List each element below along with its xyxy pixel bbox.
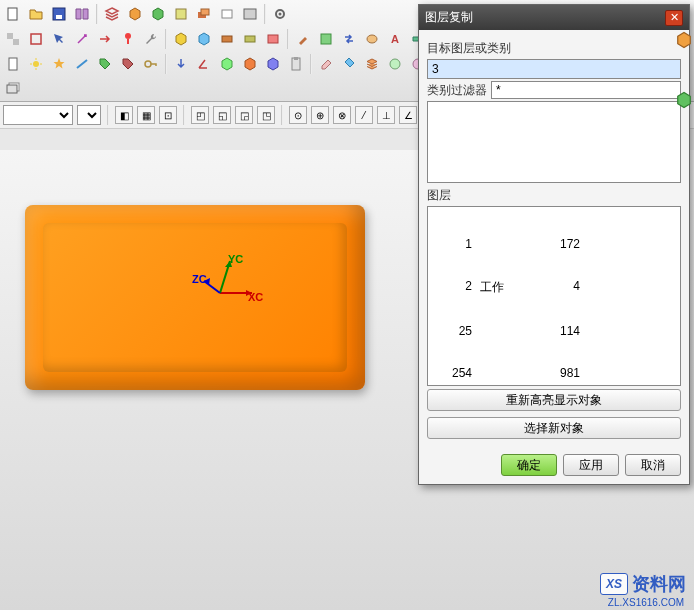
category-filter-label: 类别过滤器 bbox=[427, 82, 487, 99]
layer-row: 1172 bbox=[430, 237, 678, 251]
snap-tool-2[interactable]: ⊕ bbox=[311, 106, 329, 124]
snap-tool-6[interactable]: ∠ bbox=[399, 106, 417, 124]
layers-label: 图层 bbox=[427, 187, 681, 204]
axis-y-label: YC bbox=[228, 253, 243, 265]
tool-brush-icon[interactable] bbox=[292, 28, 314, 50]
close-icon[interactable]: ✕ bbox=[665, 10, 683, 26]
svg-point-28 bbox=[145, 61, 151, 67]
tool-sheet-icon[interactable] bbox=[216, 3, 238, 25]
svg-point-27 bbox=[33, 61, 39, 67]
tool-select-icon[interactable] bbox=[48, 28, 70, 50]
dialog-titlebar[interactable]: 图层复制 ✕ bbox=[419, 5, 689, 30]
watermark: XS 资料网 bbox=[600, 572, 686, 596]
watermark-logo: XS bbox=[600, 573, 628, 595]
tool-text-icon[interactable]: A bbox=[384, 28, 406, 50]
edge-cube2-icon[interactable] bbox=[674, 90, 694, 110]
filter-dropdown[interactable] bbox=[3, 105, 73, 125]
view-tool-4[interactable]: ◳ bbox=[257, 106, 275, 124]
tool-box-icon[interactable] bbox=[170, 3, 192, 25]
tool-cube-a-icon[interactable] bbox=[170, 28, 192, 50]
model-part[interactable]: XC YC ZC bbox=[25, 205, 365, 390]
tool-brick2-icon[interactable] bbox=[239, 28, 261, 50]
svg-rect-26 bbox=[9, 58, 17, 70]
target-layer-label: 目标图层或类别 bbox=[427, 40, 681, 57]
sel-tool-2[interactable]: ▦ bbox=[137, 106, 155, 124]
tool-layer-icon[interactable] bbox=[101, 3, 123, 25]
tool-book-icon[interactable] bbox=[71, 3, 93, 25]
category-filter-input[interactable] bbox=[491, 81, 681, 99]
sel-tool-3[interactable]: ⊡ bbox=[159, 106, 177, 124]
snap-tool-3[interactable]: ⊗ bbox=[333, 106, 351, 124]
filter-dropdown-2[interactable] bbox=[77, 105, 101, 125]
tool-pin-icon[interactable] bbox=[117, 28, 139, 50]
coordinate-system[interactable]: XC YC ZC bbox=[200, 253, 260, 313]
tool-star-icon[interactable] bbox=[48, 53, 70, 75]
snap-tool-5[interactable]: ⊥ bbox=[377, 106, 395, 124]
tool-sun-icon[interactable] bbox=[25, 53, 47, 75]
tool-grid-icon[interactable] bbox=[2, 76, 24, 98]
snap-tool-4[interactable]: ∕ bbox=[355, 106, 373, 124]
tool-tag2-icon[interactable] bbox=[117, 53, 139, 75]
tool-board-icon[interactable] bbox=[315, 28, 337, 50]
snap-tool-1[interactable]: ⊙ bbox=[289, 106, 307, 124]
separator bbox=[183, 105, 185, 125]
tool-key-icon[interactable] bbox=[140, 53, 162, 75]
svg-rect-15 bbox=[245, 36, 255, 42]
tool-cube4-icon[interactable] bbox=[239, 53, 261, 75]
ok-button[interactable]: 确定 bbox=[501, 454, 557, 476]
target-layer-input[interactable] bbox=[427, 59, 681, 79]
tool-save[interactable] bbox=[48, 3, 70, 25]
tool-stack-icon[interactable] bbox=[193, 3, 215, 25]
rehighlight-button[interactable]: 重新高亮显示对象 bbox=[427, 389, 681, 411]
tool-pocket-icon[interactable] bbox=[262, 28, 284, 50]
view-tool-2[interactable]: ◱ bbox=[213, 106, 231, 124]
tool-bucket-icon[interactable] bbox=[338, 53, 360, 75]
layer-row: 2工作4 bbox=[430, 279, 678, 296]
tool-cube3-icon[interactable] bbox=[216, 53, 238, 75]
sel-tool-1[interactable]: ◧ bbox=[115, 106, 133, 124]
view-tool-1[interactable]: ◰ bbox=[191, 106, 209, 124]
tool-cube2-icon[interactable] bbox=[147, 3, 169, 25]
tool-gear-icon[interactable] bbox=[269, 3, 291, 25]
tool-transparent-icon[interactable] bbox=[2, 28, 24, 50]
tool-tag-icon[interactable] bbox=[94, 53, 116, 75]
watermark-text: 资料网 bbox=[632, 572, 686, 596]
tool-cube-b-icon[interactable] bbox=[193, 28, 215, 50]
tool-swap-icon[interactable] bbox=[338, 28, 360, 50]
tool-angle-icon[interactable] bbox=[193, 53, 215, 75]
tool-panel-icon[interactable] bbox=[239, 3, 261, 25]
tool-doc-icon[interactable] bbox=[2, 53, 24, 75]
layer-list[interactable]: 1172 2工作4 25114 254981 bbox=[427, 206, 681, 386]
tool-clip2-icon[interactable] bbox=[285, 53, 307, 75]
tool-cube5-icon[interactable] bbox=[262, 53, 284, 75]
tool-magic-icon[interactable] bbox=[71, 28, 93, 50]
right-edge-icons bbox=[674, 30, 694, 110]
tool-round-icon[interactable] bbox=[384, 53, 406, 75]
cancel-button[interactable]: 取消 bbox=[625, 454, 681, 476]
category-list[interactable] bbox=[427, 101, 681, 183]
tool-new[interactable] bbox=[2, 3, 24, 25]
tool-palette-icon[interactable] bbox=[361, 28, 383, 50]
apply-button[interactable]: 应用 bbox=[563, 454, 619, 476]
tool-clip-icon[interactable] bbox=[25, 28, 47, 50]
view-tool-3[interactable]: ◲ bbox=[235, 106, 253, 124]
axis-z-label: ZC bbox=[192, 273, 207, 285]
tool-arrow2-icon[interactable] bbox=[170, 53, 192, 75]
watermark-url: ZL.XS1616.COM bbox=[608, 597, 684, 608]
tool-wrench-icon[interactable] bbox=[140, 28, 162, 50]
tool-brick-icon[interactable] bbox=[216, 28, 238, 50]
svg-rect-39 bbox=[7, 85, 17, 93]
svg-point-31 bbox=[390, 59, 400, 69]
edge-cube-icon[interactable] bbox=[674, 30, 694, 50]
tool-layers-icon[interactable] bbox=[361, 53, 383, 75]
layer-copy-dialog: 图层复制 ✕ 目标图层或类别 类别过滤器 图层 1172 2工作4 25114 … bbox=[418, 4, 690, 485]
tool-open[interactable] bbox=[25, 3, 47, 25]
tool-eraser-icon[interactable] bbox=[315, 53, 337, 75]
svg-rect-16 bbox=[268, 35, 278, 43]
select-new-button[interactable]: 选择新对象 bbox=[427, 417, 681, 439]
separator bbox=[165, 54, 167, 74]
tool-arrow-icon[interactable] bbox=[94, 28, 116, 50]
dialog-body: 目标图层或类别 类别过滤器 图层 1172 2工作4 25114 254981 … bbox=[419, 30, 689, 448]
tool-edge-icon[interactable] bbox=[71, 53, 93, 75]
tool-cube-icon[interactable] bbox=[124, 3, 146, 25]
